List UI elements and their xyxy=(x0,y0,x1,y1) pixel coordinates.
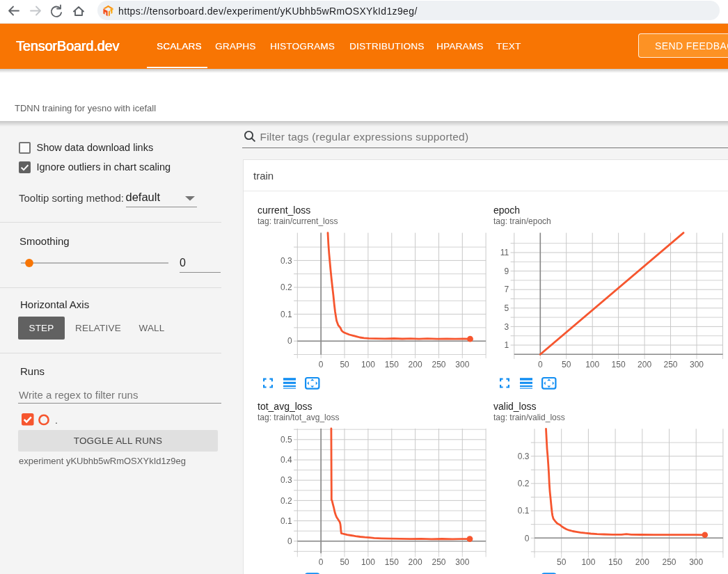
svg-text:150: 150 xyxy=(385,557,399,567)
svg-text:100: 100 xyxy=(581,557,595,567)
svg-text:0: 0 xyxy=(287,336,292,346)
svg-text:200: 200 xyxy=(638,360,651,369)
svg-text:0: 0 xyxy=(319,557,324,567)
svg-text:150: 150 xyxy=(612,360,626,369)
svg-text:50: 50 xyxy=(340,557,349,567)
svg-text:50: 50 xyxy=(340,360,349,369)
svg-text:0: 0 xyxy=(538,360,543,369)
svg-text:0.3: 0.3 xyxy=(280,256,292,266)
svg-text:300: 300 xyxy=(455,360,469,369)
svg-text:150: 150 xyxy=(608,557,622,567)
svg-text:11: 11 xyxy=(500,248,509,257)
svg-text:0.2: 0.2 xyxy=(280,282,292,292)
svg-text:300: 300 xyxy=(455,557,469,567)
svg-text:0.2: 0.2 xyxy=(280,496,292,506)
svg-text:100: 100 xyxy=(361,360,375,369)
svg-text:5: 5 xyxy=(505,303,509,313)
svg-text:100: 100 xyxy=(361,557,375,567)
svg-text:100: 100 xyxy=(585,360,599,369)
svg-text:150: 150 xyxy=(385,360,399,369)
svg-text:250: 250 xyxy=(432,557,445,567)
svg-text:200: 200 xyxy=(409,360,422,369)
svg-text:50: 50 xyxy=(557,557,567,567)
svg-text:0: 0 xyxy=(287,536,292,546)
svg-text:250: 250 xyxy=(432,360,445,369)
svg-text:200: 200 xyxy=(635,557,649,567)
svg-text:0: 0 xyxy=(319,360,324,369)
svg-text:200: 200 xyxy=(409,557,422,567)
svg-text:3: 3 xyxy=(505,322,509,332)
svg-text:0.3: 0.3 xyxy=(518,452,530,461)
svg-text:250: 250 xyxy=(662,557,676,567)
svg-text:250: 250 xyxy=(663,360,677,369)
svg-text:0: 0 xyxy=(525,534,530,543)
svg-text:0.2: 0.2 xyxy=(518,479,530,488)
svg-text:9: 9 xyxy=(505,266,509,276)
svg-text:0.1: 0.1 xyxy=(280,310,292,319)
svg-text:0.3: 0.3 xyxy=(280,475,292,485)
svg-text:0.1: 0.1 xyxy=(280,516,292,526)
svg-text:300: 300 xyxy=(689,557,703,567)
svg-text:0.4: 0.4 xyxy=(280,455,292,465)
svg-text:0.1: 0.1 xyxy=(518,506,530,516)
svg-text:300: 300 xyxy=(690,360,704,369)
svg-text:1: 1 xyxy=(505,340,509,350)
svg-text:0.5: 0.5 xyxy=(280,435,292,445)
svg-text:50: 50 xyxy=(562,360,571,369)
svg-text:7: 7 xyxy=(505,285,509,294)
